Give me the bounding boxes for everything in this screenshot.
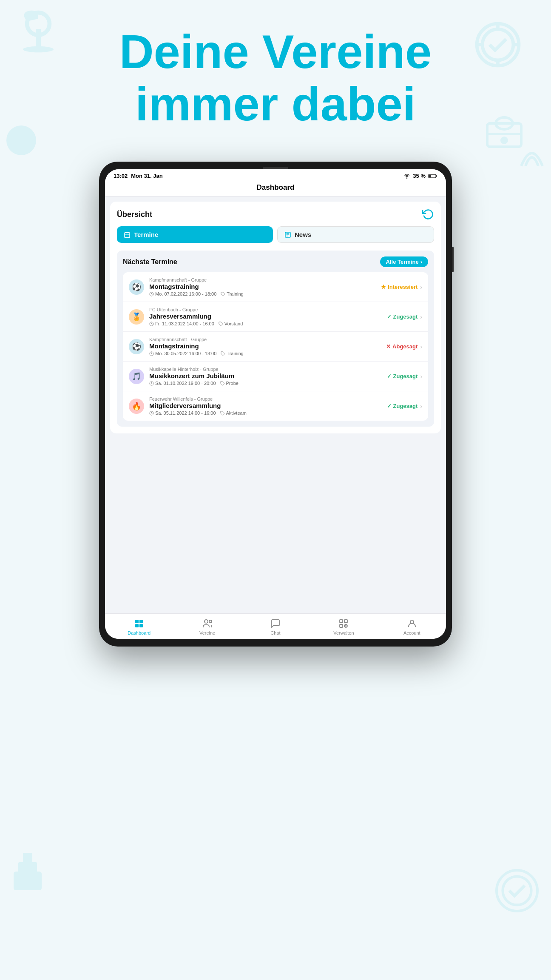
main-content: Übersicht Termi [105,197,446,613]
refresh-icon[interactable] [422,208,434,220]
verwalten-icon [338,618,349,629]
alle-termine-label: Alle Termine [386,259,419,265]
event-name: Jahresversammlung [149,313,382,320]
event-status: ✕ Abgesagt › [386,343,422,350]
event-info: FC Uttenbach - Gruppe Jahresversammlung … [149,307,382,326]
event-name: Montagstraining [149,283,376,290]
nav-item-verwalten[interactable]: Verwalten [331,618,356,635]
event-name: Musikkonzert zum Jubiläum [149,372,382,379]
calendar-icon [124,231,131,238]
alle-termine-button[interactable]: Alle Termine › [380,256,428,267]
svg-rect-14 [14,872,42,890]
account-icon [406,618,418,629]
nav-label-chat: Chat [270,630,280,635]
status-label: Zugesagt [393,373,418,379]
nav-label-vereine: Vereine [199,630,215,635]
chevron-icon: › [420,313,422,320]
event-org: Kampfmannschaft - Gruppe [149,277,376,282]
chevron-right-icon: › [420,259,422,265]
tab-news-label: News [295,231,311,238]
nav-item-dashboard[interactable]: Dashboard [126,618,152,635]
news-icon [284,231,291,238]
event-tag: Aktivteam [220,410,247,416]
event-meta: Fr. 11.03.2022 14:00 - 16:00 Vorstand [149,321,382,326]
card-header: Übersicht [117,208,434,220]
termine-header: Nächste Termine Alle Termine › [123,256,428,267]
battery-icon [428,174,437,179]
event-time: Mo. 30.05.2022 16:00 - 18:00 [149,351,216,356]
nav-item-account[interactable]: Account [399,618,425,635]
event-org: FC Uttenbach - Gruppe [149,307,382,312]
event-info: Feuerwehr Willenfels - Gruppe Mitglieder… [149,396,382,416]
dashboard-icon [133,618,145,629]
svg-rect-21 [429,174,432,177]
event-time: Fr. 11.03.2022 14:00 - 16:00 [149,321,214,326]
headline: Deine Vereine immer dabei [0,26,551,130]
event-item[interactable]: ⚽ Kampfmannschaft - Gruppe Montagstraini… [123,332,428,362]
event-name: Montagstraining [149,342,381,350]
chat-icon [270,618,281,629]
svg-rect-48 [340,624,343,627]
svg-rect-15 [18,862,37,874]
nav-item-vereine[interactable]: Vereine [195,618,220,635]
event-item[interactable]: 🎵 Musikkapelle Hinterholz - Gruppe Musik… [123,362,428,391]
chevron-icon: › [420,403,422,410]
chevron-icon: › [420,284,422,291]
tab-news[interactable]: News [277,226,434,243]
headline-accent: Vereine [262,25,432,78]
svg-rect-20 [436,175,437,177]
event-time: Mo. 07.02.2022 16:00 - 18:00 [149,291,216,296]
event-logo: 🔥 [129,399,144,414]
status-battery: 35 % [413,173,426,179]
nav-label-dashboard: Dashboard [128,630,151,635]
bottom-nav: Dashboard Vereine [105,613,446,639]
event-info: Kampfmannschaft - Gruppe Montagstraining… [149,277,376,296]
svg-rect-22 [125,232,130,237]
event-logo: 🎵 [129,369,144,384]
status-label: Zugesagt [393,403,418,409]
event-time: Sa. 05.11.2022 14:00 - 16:00 [149,410,216,416]
event-tag: Training [221,291,243,296]
svg-rect-43 [139,624,143,627]
nav-item-chat[interactable]: Chat [263,618,288,635]
event-tag: Vorstand [219,321,243,326]
event-org: Musikkapelle Hinterholz - Gruppe [149,367,382,372]
event-logo: ⚽ [129,339,144,354]
event-tag: Training [221,351,243,356]
headline-line2: immer dabei [135,77,416,131]
event-org: Kampfmannschaft - Gruppe [149,337,381,342]
event-meta: Mo. 30.05.2022 16:00 - 18:00 Training [149,351,381,356]
nav-title: Dashboard [257,183,295,191]
status-icon: ★ [381,284,386,290]
wifi-icon [403,174,410,179]
svg-rect-47 [344,620,347,623]
chevron-icon: › [420,373,422,380]
event-info: Kampfmannschaft - Gruppe Montagstraining… [149,337,381,356]
svg-rect-42 [135,624,139,627]
status-label: Zugesagt [393,313,418,320]
event-name: Mitgliederversammlung [149,402,382,409]
event-meta: Mo. 07.02.2022 16:00 - 18:00 Training [149,291,376,296]
app-header: Deine Vereine immer dabei [0,26,551,130]
event-status: ★ Interessiert › [381,284,422,291]
status-label: Abgesagt [392,343,418,350]
card-title: Übersicht [117,210,152,219]
nav-label-verwalten: Verwalten [333,630,354,635]
event-item[interactable]: 🏅 FC Uttenbach - Gruppe Jahresversammlun… [123,302,428,332]
svg-point-13 [502,138,507,143]
event-status: ✓ Zugesagt › [387,313,422,320]
nav-label-account: Account [403,630,420,635]
event-item[interactable]: 🔥 Feuerwehr Willenfels - Gruppe Mitglied… [123,391,428,421]
svg-rect-41 [139,620,143,623]
termine-section: Nächste Termine Alle Termine › ⚽ Kampfma… [117,251,434,427]
overview-card: Übersicht Termi [110,202,441,433]
event-logo: ⚽ [129,279,144,295]
svg-point-44 [204,620,208,623]
event-item[interactable]: ⚽ Kampfmannschaft - Gruppe Montagstraini… [123,272,428,302]
status-icon: ✕ [386,343,391,350]
nav-bar: Dashboard [105,181,446,197]
svg-rect-16 [23,853,32,863]
tab-termine[interactable]: Termine [117,226,273,243]
event-tag: Probe [220,381,239,386]
tablet-screen: 13:02 Mon 31. Jan 35 % [105,169,446,639]
